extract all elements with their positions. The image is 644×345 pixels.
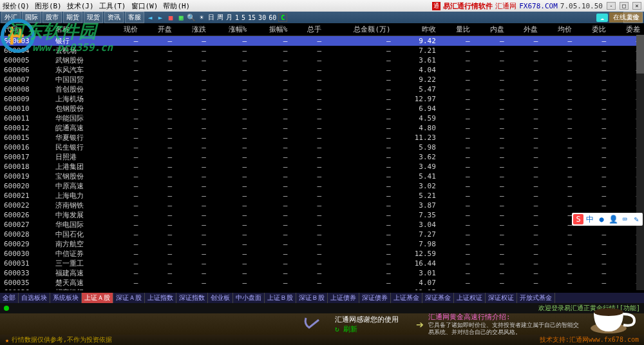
quote-row[interactable]: 600007中国国贸———————9.22—————— [0, 75, 644, 84]
col-header[interactable]: 振幅% [251, 23, 291, 36]
col-header[interactable]: 均价 [542, 23, 576, 36]
quote-row[interactable]: 600019宝钢股份———————5.41—————— [0, 172, 644, 181]
col-header[interactable]: 内盘 [474, 23, 508, 36]
period-60[interactable]: 60 [269, 14, 276, 21]
menu-window[interactable]: 窗口(W) [131, 1, 158, 11]
col-header[interactable]: 涨跌 [176, 23, 210, 36]
quote-row[interactable]: 600021上海电力———————5.21—————— [0, 191, 644, 201]
market-tab[interactable]: 深证指数 [176, 293, 208, 303]
market-tab[interactable]: 创业板 [208, 293, 233, 303]
quote-row[interactable]: 600026中海发展———————7.35—————— [0, 210, 644, 220]
tb-spot[interactable]: 现货 [84, 12, 103, 23]
tb-service[interactable]: 客服 [125, 12, 144, 23]
ime-settings-icon[interactable]: ✎ [631, 214, 641, 224]
tb-stock[interactable]: 股市 [43, 12, 62, 23]
col-header[interactable]: 总金额(万) [325, 23, 395, 36]
vertical-scrollbar[interactable] [636, 35, 644, 290]
col-header[interactable]: 总手 [291, 23, 325, 36]
ime-person-icon[interactable]: 👤 [608, 214, 618, 224]
col-header[interactable]: 代码 [0, 23, 52, 36]
quote-row[interactable]: 600035楚天高速———————4.07—————— [0, 278, 644, 288]
quote-row[interactable]: 600030中信证券———————12.59—————— [0, 249, 644, 259]
menu-tech[interactable]: 技术(J) [67, 1, 94, 11]
col-header[interactable]: 外盘 [508, 23, 542, 36]
nav-fwd-icon[interactable]: ► [156, 13, 165, 22]
menu-tools[interactable]: 工具(T) [99, 1, 126, 11]
market-tab[interactable]: 上证权证 [454, 293, 486, 303]
col-header[interactable]: 现价 [108, 23, 142, 36]
period-5[interactable]: 5 [242, 14, 245, 21]
period-30[interactable]: 30 [258, 14, 266, 21]
menu-help[interactable]: 帮助(H) [163, 1, 190, 11]
market-tab[interactable]: 全部 [0, 293, 19, 303]
market-tab[interactable]: 深证基金 [422, 293, 454, 303]
quote-row[interactable]: 600005武钢股份———————3.61—————— [0, 55, 644, 65]
col-header[interactable]: 委比 [576, 23, 610, 36]
quote-row[interactable]: 600011华能国际———————4.59—————— [0, 113, 644, 123]
tb-news[interactable]: 资讯 [104, 12, 124, 23]
quote-row[interactable]: 600028中国石化———————7.27—————— [0, 230, 644, 239]
ime-keyboard-icon[interactable]: ⌨ [620, 214, 630, 224]
col-header[interactable]: 名称 [52, 23, 108, 36]
market-tab[interactable]: 系统板块 [50, 293, 82, 303]
market-tab[interactable]: 中小盘面 [233, 293, 265, 303]
market-tab[interactable]: 上证Ｂ股 [265, 293, 296, 303]
zoom-icon[interactable]: 🔍 [187, 13, 196, 22]
quote-row[interactable]: 600018上港集团———————3.49—————— [0, 162, 644, 172]
quote-row[interactable]: 600015华夏银行———————11.23—————— [0, 133, 644, 143]
nav-back-icon[interactable]: ◄ [146, 13, 155, 22]
quote-row[interactable]: 600008首创股份———————5.47—————— [0, 84, 644, 94]
menu-quote[interactable]: 报价(Q) [3, 1, 30, 11]
market-tab[interactable]: 深证权证 [486, 293, 517, 303]
quote-row[interactable]: 600027华电国际———————3.04—————— [0, 220, 644, 230]
quote-row[interactable]: 600012皖通高速———————4.80—————— [0, 123, 644, 133]
support-link[interactable]: 汇通网www.fx678.com [569, 336, 639, 343]
quote-row[interactable]: 600022济南钢铁———————3.87—————— [0, 201, 644, 210]
tb-forex[interactable]: 外汇 [1, 12, 21, 23]
scrollbar-thumb[interactable] [636, 35, 644, 74]
quote-row[interactable]: 600031三一重工———————16.44—————— [0, 259, 644, 268]
tb-intl[interactable]: 国际 [22, 12, 41, 23]
close-button[interactable]: × [632, 2, 641, 10]
maximize-button[interactable]: □ [620, 2, 629, 10]
quote-row[interactable]: 600006东风汽车———————4.04—————— [0, 65, 644, 75]
quote-row[interactable]: 600004云机场———————7.21—————— [0, 46, 644, 55]
col-header[interactable]: 昨收 [395, 23, 440, 36]
indicator-icon[interactable]: ▦ [176, 13, 185, 22]
col-header[interactable]: 委差 [610, 23, 644, 36]
ime-punct-icon[interactable]: ● [596, 214, 607, 224]
ime-lang-icon[interactable]: 中 [585, 214, 595, 224]
refresh-button[interactable]: C [278, 14, 287, 22]
market-tab[interactable]: 深证债券 [359, 293, 391, 303]
period-month[interactable]: 月 [226, 13, 232, 22]
quote-row[interactable]: 600036招商银行———————12.15—————— [0, 288, 644, 290]
quote-row[interactable]: 600017日照港———————3.62—————— [0, 152, 644, 162]
market-tab[interactable]: 上证指数 [145, 293, 176, 303]
col-header[interactable]: 量比 [440, 23, 474, 36]
cloud-upload-button[interactable]: ☁ [596, 14, 608, 22]
col-header[interactable]: 开盘 [142, 23, 176, 36]
market-tab[interactable]: 开放式基金 [517, 293, 555, 303]
market-tab[interactable]: 深证Ａ股 [113, 293, 145, 303]
banner-refresh[interactable]: 刷新 [343, 325, 357, 333]
quote-row[interactable]: 600016民生银行———————5.98—————— [0, 143, 644, 152]
market-tab[interactable]: 深证Ｂ股 [296, 293, 328, 303]
ime-s-icon[interactable]: S [573, 214, 583, 224]
tb-futures[interactable]: 期货 [63, 12, 82, 23]
period-15[interactable]: 15 [248, 14, 256, 21]
quote-row[interactable]: 600029南方航空———————7.98—————— [0, 239, 644, 249]
market-tab[interactable]: 自选板块 [19, 293, 50, 303]
market-tab[interactable]: 上证基金 [391, 293, 422, 303]
quote-row[interactable]: 600010包钢股份———————6.94—————— [0, 104, 644, 113]
golden-button[interactable]: 黄金 [623, 12, 643, 23]
market-tab[interactable]: 上证债券 [328, 293, 359, 303]
chart-icon[interactable]: ■ [166, 13, 175, 22]
col-header[interactable]: 涨幅% [210, 23, 251, 36]
menu-chart[interactable]: 图形(B) [35, 1, 62, 11]
quote-row[interactable]: 600020中原高速———————3.02—————— [0, 181, 644, 191]
sun-icon[interactable]: ☀ [197, 13, 206, 22]
period-day[interactable]: 日 [208, 13, 214, 22]
period-1[interactable]: 1 [235, 14, 239, 21]
market-tab[interactable]: 上证Ａ股 [82, 293, 113, 303]
minimize-button[interactable]: - [607, 2, 616, 10]
